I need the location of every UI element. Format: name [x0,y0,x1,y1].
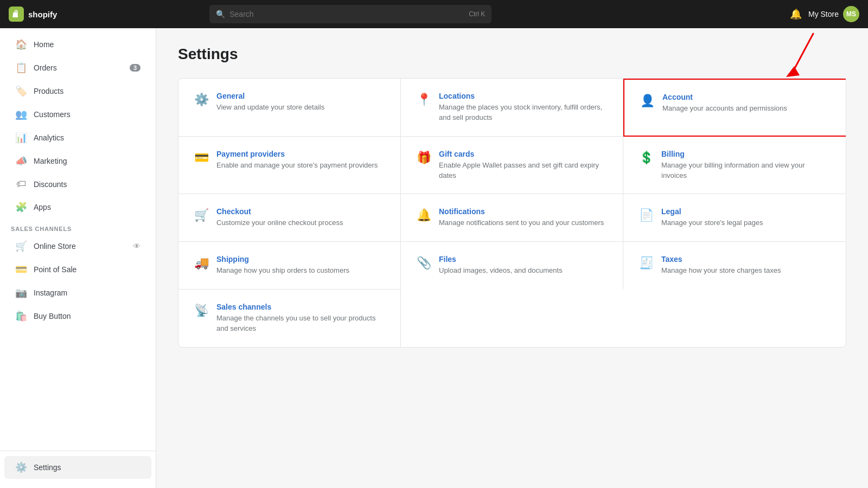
sales-channels-text: Sales channels Manage the channels you u… [216,303,385,334]
topnav-right: 🔔 My Store MS [790,6,859,22]
checkout-icon: 🛒 [194,208,209,222]
settings-item-gift-cards[interactable]: 🎁 Gift cards Enable Apple Wallet passes … [401,137,623,195]
billing-description: Manage your billing information and view… [661,160,831,181]
sidebar-item-analytics[interactable]: 📊 Analytics [4,126,151,149]
sidebar-label-discounts: Discounts [34,180,67,189]
sidebar-item-instagram[interactable]: 📷 Instagram [4,281,151,304]
files-description: Upload images, videos, and documents [439,266,563,276]
layout: 🏠 Home 📋 Orders 3 🏷️ Products 👥 Customer… [0,28,868,488]
shopify-logo[interactable]: shopify [9,7,57,22]
shipping-description: Manage how you ship orders to customers [216,266,349,276]
sidebar-item-settings[interactable]: ⚙️ Settings [4,456,151,479]
general-description: View and update your store details [216,102,324,113]
store-name: My Store [808,10,839,18]
checkout-description: Customize your online checkout process [216,218,343,228]
settings-item-files[interactable]: 📎 Files Upload images, videos, and docum… [401,242,623,290]
settings-item-locations[interactable]: 📍 Locations Manage the places you stock … [401,79,623,137]
sales-channels-icon: 📡 [194,304,209,318]
sidebar-item-point-of-sale[interactable]: 💳 Point of Sale [4,258,151,281]
notifications-description: Manage notifications sent to you and you… [439,218,604,228]
legal-icon: 📄 [639,208,654,222]
gift-cards-text: Gift cards Enable Apple Wallet passes an… [439,150,608,181]
apps-icon: 🧩 [15,201,27,213]
shipping-icon: 🚚 [194,256,209,270]
page-title: Settings [178,46,846,63]
general-title: General [216,92,324,100]
home-icon: 🏠 [15,38,27,50]
taxes-text: Taxes Manage how your store charges taxe… [661,255,781,276]
svg-marker-1 [786,66,800,77]
locations-description: Manage the places you stock inventory, f… [439,102,608,123]
online-store-icon: 🛒 [15,240,27,252]
customers-icon: 👥 [15,108,27,120]
eye-icon[interactable]: 👁 [133,242,141,251]
gift-cards-icon: 🎁 [416,151,431,165]
orders-icon: 📋 [15,62,27,74]
sidebar-label-marketing: Marketing [34,157,67,165]
general-text: General View and update your store detai… [216,92,324,113]
avatar: MS [843,6,859,22]
notifications-title: Notifications [439,207,604,216]
sidebar-item-discounts[interactable]: 🏷 Discounts [4,173,151,195]
sidebar-label-point-of-sale: Point of Sale [34,265,76,274]
settings-item-notifications[interactable]: 🔔 Notifications Manage notifications sen… [401,194,623,242]
search-input[interactable] [229,10,464,18]
account-text: Account Manage your accounts and permiss… [662,93,787,114]
instagram-icon: 📷 [15,287,27,299]
settings-item-sales-channels[interactable]: 📡 Sales channels Manage the channels you… [178,290,401,347]
locations-icon: 📍 [416,93,431,107]
locations-text: Locations Manage the places you stock in… [439,92,608,123]
sidebar-item-marketing[interactable]: 📣 Marketing [4,150,151,172]
legal-text: Legal Manage your store's legal pages [661,207,763,228]
point-of-sale-icon: 💳 [15,264,27,275]
settings-item-legal[interactable]: 📄 Legal Manage your store's legal pages [623,194,846,242]
settings-item-account[interactable]: 👤 Account Manage your accounts and permi… [623,79,846,137]
search-bar[interactable]: 🔍 Ctrl K [209,5,492,23]
settings-item-shipping[interactable]: 🚚 Shipping Manage how you ship orders to… [178,242,401,290]
sidebar-label-products: Products [34,87,63,95]
notifications-icon: 🔔 [416,208,431,222]
topnav: shopify 🔍 Ctrl K 🔔 My Store MS [0,0,868,28]
billing-text: Billing Manage your billing information … [661,150,831,181]
store-button[interactable]: My Store MS [808,6,859,22]
search-icon: 🔍 [216,10,225,18]
main-content: Settings ⚙️ General View and update your… [156,28,868,488]
shipping-title: Shipping [216,255,349,264]
settings-item-billing[interactable]: 💲 Billing Manage your billing informatio… [623,137,846,195]
notifications-button[interactable]: 🔔 [790,8,802,20]
sales-channels-title: SALES CHANNELS [0,219,156,234]
analytics-icon: 📊 [15,132,27,144]
settings-item-taxes[interactable]: 🧾 Taxes Manage how your store charges ta… [623,242,846,290]
payment-providers-title: Payment providers [216,150,378,158]
sidebar-item-orders[interactable]: 📋 Orders 3 [4,56,151,79]
sidebar-item-products[interactable]: 🏷️ Products [4,80,151,102]
shopify-bag-icon [9,7,24,22]
settings-item-payment-providers[interactable]: 💳 Payment providers Enable and manage yo… [178,137,401,195]
sales-channels-title: Sales channels [216,303,385,311]
sidebar-item-customers[interactable]: 👥 Customers [4,103,151,126]
settings-card: ⚙️ General View and update your store de… [178,78,846,348]
shopify-text: shopify [28,10,57,19]
sidebar-nav: 🏠 Home 📋 Orders 3 🏷️ Products 👥 Customer… [0,28,156,451]
sidebar-item-online-store[interactable]: 🛒 Online Store 👁 [4,235,151,258]
billing-icon: 💲 [639,151,654,165]
settings-item-checkout[interactable]: 🛒 Checkout Customize your online checkou… [178,194,401,242]
settings-item-general[interactable]: ⚙️ General View and update your store de… [178,79,401,137]
gift-cards-description: Enable Apple Wallet passes and set gift … [439,160,608,181]
sidebar-item-buy-button[interactable]: 🛍️ Buy Button [4,305,151,328]
shipping-text: Shipping Manage how you ship orders to c… [216,255,349,276]
files-title: Files [439,255,563,264]
buy-button-icon: 🛍️ [15,310,27,322]
files-text: Files Upload images, videos, and documen… [439,255,563,276]
settings-label: Settings [34,463,61,472]
sales-channels-description: Manage the channels you use to sell your… [216,313,385,334]
settings-grid: ⚙️ General View and update your store de… [178,79,846,347]
sidebar-item-apps[interactable]: 🧩 Apps [4,196,151,219]
checkout-title: Checkout [216,207,343,216]
sidebar-item-home[interactable]: 🏠 Home [4,33,151,56]
sidebar-label-online-store: Online Store [34,242,76,251]
account-description: Manage your accounts and permissions [662,104,787,114]
taxes-description: Manage how your store charges taxes [661,266,781,276]
general-icon: ⚙️ [194,93,209,107]
sidebar: 🏠 Home 📋 Orders 3 🏷️ Products 👥 Customer… [0,28,156,488]
